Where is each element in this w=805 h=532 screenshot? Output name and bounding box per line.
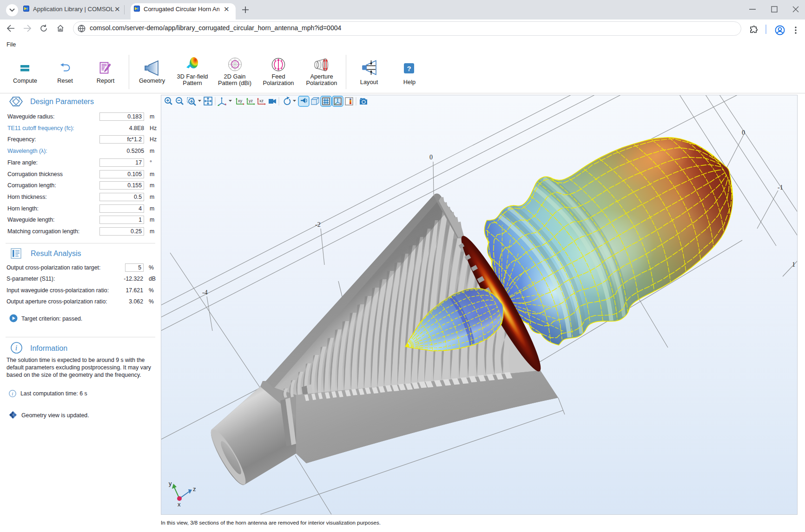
svg-text:i: i (12, 391, 13, 396)
svg-text:z: z (193, 486, 196, 493)
svg-text:0: 0 (429, 154, 433, 161)
svg-text:xy: xy (238, 99, 243, 103)
svg-text:xz: xz (259, 99, 264, 103)
svg-text:y: y (169, 480, 172, 487)
svg-text:-1: -1 (778, 184, 783, 191)
svg-text:1: 1 (792, 261, 795, 268)
svg-text:0: 0 (742, 129, 745, 136)
svg-text:-2: -2 (315, 221, 321, 228)
svg-text:i: i (15, 344, 17, 352)
svg-text:-4: -4 (202, 289, 208, 296)
svg-text:?: ? (407, 65, 411, 72)
svg-text:yz: yz (249, 99, 253, 103)
svg-text:x: x (178, 501, 181, 508)
